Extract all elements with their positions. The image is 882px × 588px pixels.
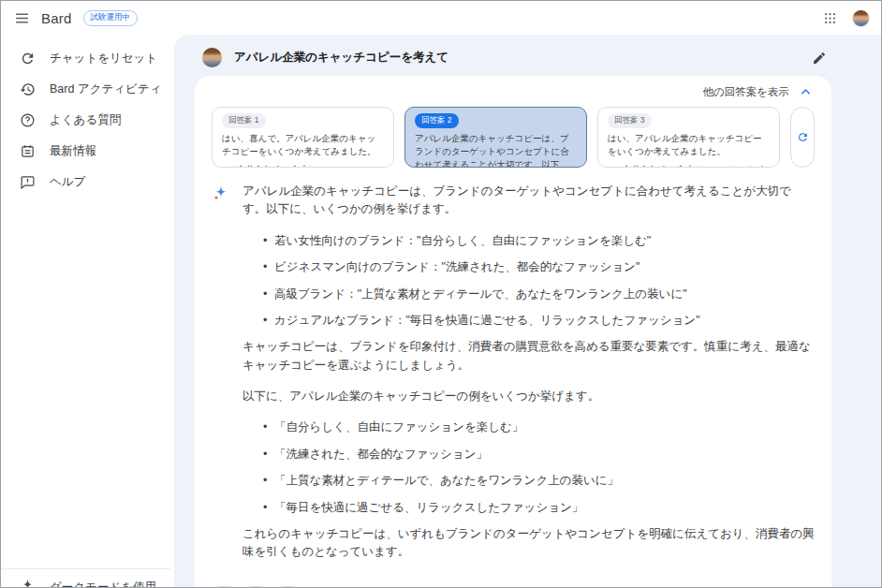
sidebar-item-faq[interactable]: よくある質問 bbox=[1, 105, 174, 136]
draft-card-3[interactable]: 回答案 3 はい、アパレル企業のキャッチコピーをいくつか考えてみました。 自分ら… bbox=[597, 107, 780, 168]
sidebar-item-label: よくある質問 bbox=[50, 112, 121, 128]
draft-chip: 回答案 1 bbox=[222, 113, 266, 128]
refresh-icon bbox=[797, 131, 809, 143]
bullet-item: 「洗練された、都会的なファッション」 bbox=[263, 446, 815, 463]
chevron-up-icon bbox=[799, 85, 813, 99]
bard-response: アパレル企業のキャッチコピーは、ブランドのターゲットやコンセプトに合わせて考える… bbox=[212, 183, 815, 575]
menu-icon[interactable] bbox=[14, 10, 30, 26]
help-circle-icon bbox=[20, 112, 36, 128]
response-intro: アパレル企業のキャッチコピーは、ブランドのターゲットやコンセプトに合わせて考える… bbox=[243, 183, 815, 219]
response-closing: これらのキャッチコピーは、いずれもブランドのターゲットやコンセプトを明確に伝えて… bbox=[243, 525, 815, 562]
bard-window: Bard 試験運用中 チャットをリセット bbox=[0, 0, 882, 588]
draft-preview-text: はい、喜んで。アパレル企業のキャッチコピーをいくつか考えてみました。 bbox=[222, 132, 384, 159]
drafts-row: 回答案 1 はい、喜んで。アパレル企業のキャッチコピーをいくつか考えてみました。… bbox=[212, 107, 815, 168]
draft-preview-bullet: 自分らしく、自由に bbox=[222, 163, 384, 168]
sidebar-item-reset-chat[interactable]: チャットをリセット bbox=[1, 43, 174, 74]
user-avatar[interactable] bbox=[852, 9, 870, 27]
bullet-item: ビジネスマン向けのブランド："洗練された、都会的なファッション" bbox=[263, 258, 815, 276]
bullet-item: 「上質な素材とディテールで、あなたをワンランク上の装いに」 bbox=[263, 472, 815, 490]
share-button[interactable] bbox=[275, 586, 301, 587]
draft-card-1[interactable]: 回答案 1 はい、喜んで。アパレル企業のキャッチコピーをいくつか考えてみました。… bbox=[212, 107, 394, 168]
user-prompt-text: アパレル企業のキャッチコピーを考えて bbox=[234, 50, 800, 66]
thumbs-down-button[interactable] bbox=[243, 586, 269, 587]
sidebar-item-label: ヘルプ bbox=[50, 174, 85, 190]
google-apps-grid-icon[interactable] bbox=[823, 11, 837, 25]
draft-preview-text: はい、アパレル企業のキャッチコピーをいくつか考えてみました。 bbox=[608, 132, 770, 159]
response-paragraph-examples-intro: 以下に、アパレル企業のキャッチコピーの例をいくつか挙げます。 bbox=[243, 388, 815, 405]
response-paragraph-importance: キャッチコピーは、ブランドを印象付け、消費者の購買意欲を高める重要な要素です。慎… bbox=[243, 338, 815, 375]
response-body: アパレル企業のキャッチコピーは、ブランドのターゲットやコンセプトに合わせて考える… bbox=[243, 183, 815, 575]
bullet-item: 高級ブランド："上質な素材とディテールで、あなたをワンランク上の装いに" bbox=[263, 286, 815, 303]
feedback-icon bbox=[20, 174, 36, 190]
regenerate-drafts-button[interactable] bbox=[790, 107, 815, 168]
edit-prompt-icon[interactable] bbox=[812, 51, 827, 66]
sidebar-item-help[interactable]: ヘルプ bbox=[1, 167, 174, 198]
reset-icon bbox=[20, 51, 36, 66]
response-bullet-list-examples: 「自分らしく、自由にファッションを楽しむ」 「洗練された、都会的なファッション」… bbox=[243, 419, 815, 517]
dark-mode-toggle[interactable]: ダークモードを使用 bbox=[1, 568, 170, 588]
sidebar-item-label: 最新情報 bbox=[50, 143, 96, 159]
user-prompt-row: アパレル企業のキャッチコピーを考えて bbox=[185, 42, 881, 76]
bullet-item: カジュアルなブランド："毎日を快適に過ごせる、リラックスしたファッション" bbox=[263, 312, 815, 330]
draft-chip: 回答案 3 bbox=[608, 113, 652, 128]
draft-preview-text: アパレル企業のキャッチコピーは、ブランドのターゲットやコンセプトに合わせて考える… bbox=[415, 132, 577, 168]
bullet-item: 「自分らしく、自由にファッションを楽しむ」 bbox=[263, 419, 815, 436]
bullet-item: 「毎日を快適に過ごせる、リラックスしたファッション」 bbox=[263, 499, 815, 517]
draft-preview-bullet: 自分らしく、自由にファッションを楽しむ bbox=[608, 163, 770, 168]
dark-mode-icon bbox=[20, 578, 36, 588]
drafts-toggle-button[interactable]: 他の回答案を表示 bbox=[702, 85, 813, 99]
response-card: 他の回答案を表示 回答案 1 はい、喜んで。アパレル企業のキャッチコピーをいくつ… bbox=[195, 76, 831, 587]
bard-sparkle-icon bbox=[212, 183, 230, 575]
user-avatar-small bbox=[202, 48, 222, 67]
drafts-header: 他の回答案を表示 bbox=[212, 83, 815, 107]
sidebar-item-whats-new[interactable]: 最新情報 bbox=[1, 136, 174, 167]
sidebar-item-label: Bard アクティビティ bbox=[50, 81, 161, 97]
response-actions bbox=[212, 586, 815, 587]
chat-panel: アパレル企業のキャッチコピーを考えて 他の回答案を表示 回答案 1 はい、喜 bbox=[174, 35, 881, 587]
bullet-item: 若い女性向けのブランド："自分らしく、自由にファッションを楽しむ" bbox=[263, 232, 815, 250]
history-icon bbox=[20, 81, 36, 97]
experiment-badge: 試験運用中 bbox=[83, 10, 139, 26]
updates-icon bbox=[20, 143, 36, 159]
topbar-left: Bard 試験運用中 bbox=[14, 10, 138, 26]
sidebar-item-label: チャットをリセット bbox=[50, 51, 157, 66]
draft-chip: 回答案 2 bbox=[415, 113, 459, 128]
app-title: Bard bbox=[41, 10, 72, 26]
response-bullet-list-targets: 若い女性向けのブランド："自分らしく、自由にファッションを楽しむ" ビジネスマン… bbox=[243, 232, 815, 331]
dark-mode-label: ダークモードを使用 bbox=[50, 580, 156, 588]
topbar-right bbox=[823, 9, 870, 27]
sidebar-item-bard-activity[interactable]: Bard アクティビティ bbox=[1, 74, 174, 105]
thumbs-up-button[interactable] bbox=[212, 586, 237, 587]
draft-card-2-selected[interactable]: 回答案 2 アパレル企業のキャッチコピーは、ブランドのターゲットやコンセプトに合… bbox=[404, 107, 587, 168]
drafts-toggle-label: 他の回答案を表示 bbox=[702, 85, 789, 99]
sidebar: チャットをリセット Bard アクティビティ よくある質問 最新情報 bbox=[1, 35, 174, 587]
top-bar: Bard 試験運用中 bbox=[1, 1, 881, 35]
